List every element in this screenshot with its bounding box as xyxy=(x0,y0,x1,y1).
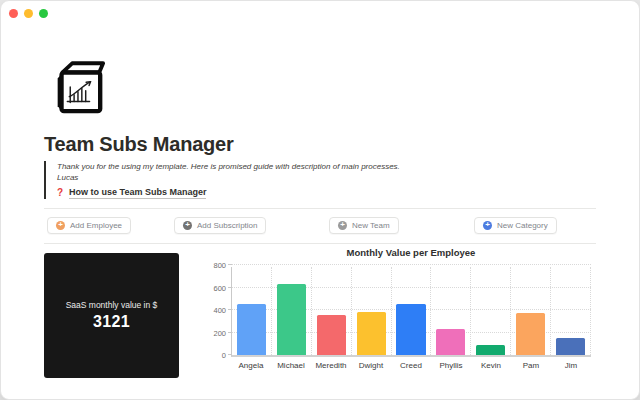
chart-category-slot xyxy=(232,267,272,355)
chart-category-slot xyxy=(551,267,591,355)
bar-michael xyxy=(277,284,306,355)
bar-kevin xyxy=(476,345,505,355)
kpi-card-saas-monthly-value: SaaS monthly value in $ 3121 xyxy=(44,253,179,378)
guide-page-link[interactable]: ? How to use Team Subs Manager xyxy=(57,187,600,199)
x-axis-label: Dwight xyxy=(351,361,391,370)
add-employee-label: Add Employee xyxy=(70,221,122,230)
app-window: Team Subs Manager Thank you for the usin… xyxy=(0,0,640,400)
chart-category-slot xyxy=(431,267,471,355)
x-axis-label: Angela xyxy=(231,361,271,370)
bar-dwight xyxy=(357,312,386,355)
bar-chart-monthly-value-per-employee: Monthly Value per Employee 0200400600800… xyxy=(201,245,597,377)
bar-pam xyxy=(516,313,545,355)
bar-angela xyxy=(237,304,266,355)
y-axis-tick-label: 0 xyxy=(222,351,226,360)
new-team-label: New Team xyxy=(352,221,390,230)
zoom-window-icon[interactable] xyxy=(39,9,48,18)
plus-circle-icon xyxy=(338,221,347,230)
bar-jim xyxy=(556,338,585,355)
y-axis-tick-label: 600 xyxy=(213,283,226,292)
plus-circle-icon xyxy=(183,221,192,230)
chart-x-axis-labels: AngelaMichaelMeredithDwightCreedPhyllisK… xyxy=(231,361,591,370)
chart-category-slot xyxy=(272,267,312,355)
x-axis-label: Kevin xyxy=(471,361,511,370)
new-category-button[interactable]: New Category xyxy=(474,217,557,234)
chart-plot-area: 0200400600800 xyxy=(231,267,591,357)
quote-line-1: Thank you for the using my template. Her… xyxy=(57,161,600,172)
cube-chart-logo-icon xyxy=(48,57,106,115)
quote-line-2: Lucas xyxy=(57,172,600,183)
x-axis-label: Pam xyxy=(511,361,551,370)
y-axis-tick-mark xyxy=(228,264,232,265)
kpi-label: SaaS monthly value in $ xyxy=(66,300,158,310)
minimize-window-icon[interactable] xyxy=(24,9,33,18)
x-axis-label: Meredith xyxy=(311,361,351,370)
bar-creed xyxy=(396,304,425,355)
y-axis-tick-label: 200 xyxy=(213,328,226,337)
question-mark-icon: ? xyxy=(57,188,63,198)
window-controls xyxy=(9,9,48,18)
gridline xyxy=(232,264,591,265)
welcome-quote-block: Thank you for the using my template. Her… xyxy=(44,161,600,199)
divider xyxy=(44,243,596,244)
x-axis-label: Creed xyxy=(391,361,431,370)
x-axis-label: Jim xyxy=(551,361,591,370)
chart-category-slot xyxy=(352,267,392,355)
plus-circle-icon xyxy=(483,221,492,230)
add-subscription-button[interactable]: Add Subscription xyxy=(174,217,266,234)
new-team-button[interactable]: New Team xyxy=(329,217,399,234)
page-title: Team Subs Manager xyxy=(44,133,234,156)
new-category-label: New Category xyxy=(497,221,548,230)
y-axis-tick-label: 400 xyxy=(213,306,226,315)
add-employee-button[interactable]: Add Employee xyxy=(47,217,131,234)
divider xyxy=(44,208,596,209)
y-axis-tick-label: 800 xyxy=(213,261,226,270)
chart-category-slot xyxy=(471,267,511,355)
guide-page-link-label: How to use Team Subs Manager xyxy=(69,187,206,199)
chart-category-slot xyxy=(312,267,352,355)
x-axis-label: Michael xyxy=(271,361,311,370)
add-subscription-label: Add Subscription xyxy=(197,221,257,230)
plus-circle-icon xyxy=(56,221,65,230)
chart-category-slot xyxy=(511,267,551,355)
chart-title: Monthly Value per Employee xyxy=(231,247,591,258)
bar-meredith xyxy=(317,315,346,355)
kpi-value: 3121 xyxy=(93,313,130,331)
close-window-icon[interactable] xyxy=(9,9,18,18)
bar-phyllis xyxy=(436,329,465,355)
x-axis-label: Phyllis xyxy=(431,361,471,370)
chart-category-slot xyxy=(392,267,432,355)
